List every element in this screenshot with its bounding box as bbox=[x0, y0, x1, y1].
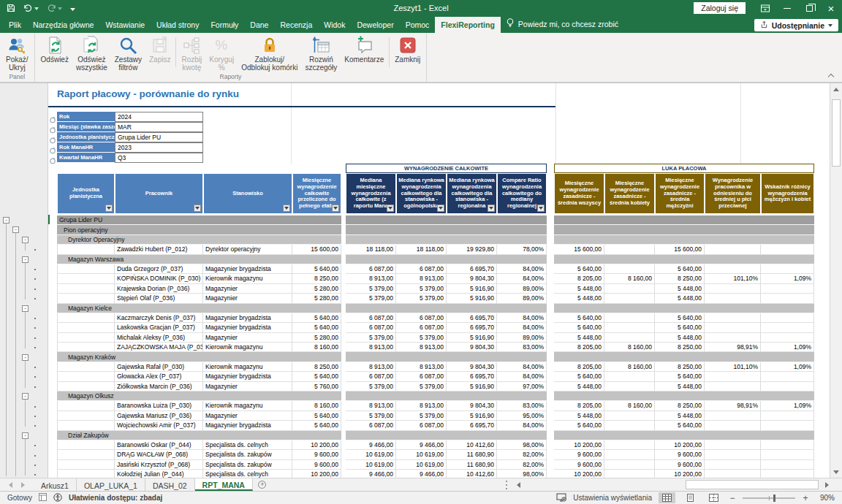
value-cell[interactable]: 6 695,70 bbox=[447, 313, 497, 323]
position-cell[interactable]: Magazynier bbox=[203, 284, 292, 294]
horizontal-scrollbar[interactable] bbox=[503, 478, 842, 491]
zoom-out-button[interactable]: − bbox=[729, 493, 736, 503]
value-cell[interactable]: 6 695,70 bbox=[447, 372, 497, 381]
position-cell[interactable]: Magazynier bbox=[203, 411, 292, 421]
value-cell[interactable]: 5 640,00 bbox=[292, 313, 341, 323]
value-cell[interactable]: 9 600,00 bbox=[554, 450, 604, 459]
employee-cell[interactable]: Stępień Olaf (P_036) bbox=[115, 294, 203, 303]
value-cell[interactable]: 9 600,00 bbox=[655, 460, 705, 470]
outline-collapse-button[interactable]: - bbox=[22, 305, 29, 312]
outline-collapse-button[interactable]: - bbox=[12, 226, 19, 233]
value-cell[interactable] bbox=[57, 313, 115, 323]
value-cell[interactable] bbox=[604, 294, 655, 303]
value-cell[interactable] bbox=[705, 264, 761, 274]
value-cell[interactable]: 89,00% bbox=[497, 333, 547, 343]
value-cell[interactable]: 5 916,90 bbox=[447, 411, 497, 421]
value-cell[interactable] bbox=[604, 460, 655, 470]
value-cell[interactable] bbox=[761, 333, 814, 343]
filter-dropdown-icon[interactable] bbox=[332, 205, 339, 212]
value-cell[interactable] bbox=[761, 421, 814, 430]
restore-button[interactable] bbox=[798, 0, 820, 16]
value-cell[interactable]: 84,00% bbox=[497, 323, 547, 332]
position-cell[interactable]: Magazynier brygadzista bbox=[203, 421, 292, 430]
column-header[interactable]: Mediana rynkowa wynagrodzenia całkowiteg… bbox=[447, 173, 497, 214]
group-row-label-segment[interactable]: Dział Zakupów bbox=[57, 431, 341, 440]
value-cell[interactable] bbox=[705, 323, 761, 332]
value-cell[interactable]: 5 640,00 bbox=[554, 372, 604, 381]
value-cell[interactable]: 8 250,00 bbox=[655, 362, 705, 372]
value-cell[interactable] bbox=[57, 284, 115, 294]
value-cell[interactable] bbox=[57, 323, 115, 332]
normal-view-button[interactable] bbox=[659, 492, 675, 503]
value-cell[interactable]: 6 695,70 bbox=[447, 421, 497, 430]
value-cell[interactable]: 8 205,00 bbox=[554, 401, 604, 411]
sign-in-button[interactable]: Zaloguj się bbox=[694, 2, 746, 14]
column-header[interactable]: Miesięczne wynagrodzenie zasadnicze - śr… bbox=[604, 173, 655, 214]
value-cell[interactable]: 5 379,00 bbox=[346, 382, 396, 392]
filter-dropdown-icon[interactable] bbox=[437, 205, 444, 212]
horizontal-scrollbar-thumb[interactable] bbox=[686, 480, 819, 489]
sheet-tab-olap_luka_1[interactable]: OLAP_LUKA_1 bbox=[77, 478, 145, 491]
value-cell[interactable]: 84,00% bbox=[497, 274, 547, 283]
ribbon-tab-wstawianie[interactable]: Wstawianie bbox=[99, 17, 151, 33]
ribbon-tab-flexireporting[interactable]: FlexiReporting bbox=[435, 17, 501, 33]
value-cell[interactable]: 8 160,00 bbox=[292, 401, 341, 411]
zoom-slider[interactable] bbox=[743, 497, 795, 499]
value-cell[interactable] bbox=[761, 411, 814, 421]
value-cell[interactable]: 10 412,60 bbox=[447, 470, 497, 478]
sheet-tab-arkusz1[interactable]: Arkusz1 bbox=[34, 478, 77, 491]
position-cell[interactable]: Specjalista ds. celnych bbox=[203, 440, 292, 450]
column-header[interactable]: Wynagrodzenie pracownika w odniesieniu d… bbox=[705, 173, 761, 214]
employee-cell[interactable]: Michalak Aleksy (P_036) bbox=[115, 333, 203, 343]
value-cell[interactable]: 5 760,00 bbox=[292, 382, 341, 392]
employee-cell[interactable]: Zawadzki Hubert (P_012) bbox=[115, 245, 203, 254]
value-cell[interactable]: 6 087,00 bbox=[396, 264, 447, 274]
tab-splitter-handle[interactable] bbox=[506, 484, 507, 486]
value-cell[interactable]: 6 087,00 bbox=[396, 372, 447, 381]
value-cell[interactable]: 5 448,00 bbox=[554, 284, 604, 294]
value-cell[interactable]: 1,09% bbox=[761, 274, 814, 283]
value-cell[interactable] bbox=[57, 294, 115, 303]
position-cell[interactable]: Specjalista ds. celnych bbox=[203, 470, 292, 478]
ribbon-button-odśwież[interactable]: Odśwież bbox=[37, 35, 72, 64]
value-cell[interactable]: 8 205,00 bbox=[554, 362, 604, 372]
value-cell[interactable] bbox=[57, 470, 115, 478]
value-cell[interactable]: 84,00% bbox=[497, 362, 547, 372]
employee-cell[interactable]: Gajewska Mariusz (P_036) bbox=[115, 411, 203, 421]
value-cell[interactable]: 5 916,90 bbox=[447, 294, 497, 303]
value-cell[interactable] bbox=[57, 362, 115, 372]
value-cell[interactable]: 8 913,00 bbox=[346, 401, 396, 411]
value-cell[interactable]: 82,00% bbox=[497, 450, 547, 459]
position-cell[interactable]: Magazynier bbox=[203, 333, 292, 343]
value-cell[interactable] bbox=[57, 401, 115, 411]
value-cell[interactable]: 5 640,00 bbox=[292, 411, 341, 421]
value-cell[interactable]: 10 200,00 bbox=[554, 470, 604, 478]
ribbon-button-pokaż-ukryj[interactable]: Pokaż/Ukryj bbox=[2, 35, 32, 72]
value-cell[interactable]: 5 280,00 bbox=[292, 284, 341, 294]
position-cell[interactable]: Magazynier brygadzista bbox=[203, 372, 292, 381]
ribbon-button-zablokuj-odblokuj-komórki[interactable]: Zablokuj/Odblokuj komórki bbox=[238, 35, 301, 72]
value-cell[interactable] bbox=[57, 343, 115, 352]
value-cell[interactable] bbox=[761, 450, 814, 459]
ribbon-button-zamknij[interactable]: Zamknij bbox=[391, 35, 424, 64]
vertical-scrollbar-thumb[interactable] bbox=[832, 99, 841, 167]
value-cell[interactable]: 8 160,00 bbox=[604, 401, 655, 411]
value-cell[interactable]: 10 200,00 bbox=[554, 440, 604, 450]
value-cell[interactable]: 84,00% bbox=[497, 313, 547, 323]
value-cell[interactable]: 6 087,00 bbox=[346, 264, 396, 274]
value-cell[interactable]: 9 600,00 bbox=[655, 450, 705, 459]
value-cell[interactable]: 18 118,00 bbox=[396, 245, 447, 254]
employee-cell[interactable]: Kołodziej Julian (P_044) bbox=[115, 470, 203, 478]
filter-value[interactable]: 2023 bbox=[115, 142, 203, 153]
prev-sheet-icon[interactable] bbox=[9, 482, 12, 488]
scroll-right-icon[interactable] bbox=[822, 480, 832, 490]
macro-record-icon[interactable] bbox=[39, 493, 47, 503]
employee-cell[interactable]: Baranowski Oskar (P_044) bbox=[115, 440, 203, 450]
value-cell[interactable] bbox=[761, 284, 814, 294]
value-cell[interactable]: 84,00% bbox=[497, 372, 547, 381]
value-cell[interactable]: 11 680,90 bbox=[447, 450, 497, 459]
position-cell[interactable]: Kierownik magazynu bbox=[203, 343, 292, 352]
value-cell[interactable]: 89,00% bbox=[497, 284, 547, 294]
ribbon-tab-recenzja[interactable]: Recenzja bbox=[274, 17, 318, 33]
value-cell[interactable] bbox=[705, 411, 761, 421]
